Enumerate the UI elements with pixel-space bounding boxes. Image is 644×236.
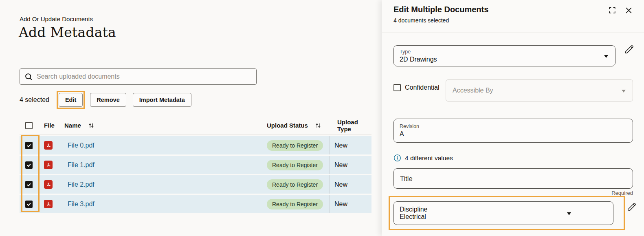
type-label: Type: [400, 49, 609, 55]
sort-icon[interactable]: [315, 122, 321, 130]
close-icon[interactable]: [624, 5, 633, 15]
upload-type-value: New: [334, 161, 347, 169]
panel-subtitle: 4 documents selected: [393, 17, 449, 24]
upload-type-value: New: [334, 181, 347, 188]
discipline-field-highlight: Discipline Electrical: [389, 196, 625, 230]
different-values-text: 4 different values: [405, 154, 453, 162]
breadcrumb[interactable]: Add Or Update Documents: [20, 15, 93, 22]
info-icon: [393, 154, 401, 162]
remove-button[interactable]: Remove: [90, 93, 126, 107]
required-label: Required: [393, 190, 633, 196]
table-header-row: File Name Upload Status Upload Type: [20, 116, 371, 135]
revision-label: Revision: [400, 123, 627, 130]
discipline-value: Electrical: [400, 213, 607, 221]
search-box[interactable]: [20, 68, 257, 85]
sort-icon[interactable]: [88, 122, 95, 130]
documents-table: File Name Upload Status Upload Type File…: [20, 116, 371, 213]
pdf-file-icon: [44, 141, 53, 150]
upload-type-value: New: [334, 142, 347, 149]
chevron-down-icon: [567, 212, 571, 215]
select-all-checkbox[interactable]: [25, 122, 33, 129]
type-value: 2D Drawings: [400, 55, 609, 64]
selected-count: 4 selected: [20, 96, 49, 104]
header-upload-type: Upload Type: [329, 119, 371, 132]
row-checkbox[interactable]: [25, 142, 33, 149]
edit-multiple-documents-panel: Edit Multiple Documents 4 documents sele…: [382, 0, 644, 236]
accessible-by-placeholder: Accessible By: [453, 87, 493, 94]
table-row[interactable]: File 1.pdf Ready to Register New: [20, 156, 371, 174]
table-row[interactable]: File 0.pdf Ready to Register New: [20, 136, 371, 154]
revision-field[interactable]: Revision A: [393, 119, 633, 143]
status-badge: Ready to Register: [267, 179, 323, 190]
confidential-checkbox[interactable]: [393, 84, 401, 91]
file-link[interactable]: File 1.pdf: [68, 161, 95, 169]
discipline-label: Discipline: [400, 206, 607, 213]
status-badge: Ready to Register: [267, 140, 323, 151]
chevron-down-icon: [622, 90, 626, 93]
edit-button[interactable]: Edit: [59, 93, 83, 107]
row-checkbox[interactable]: [25, 201, 33, 208]
actions-bar: 4 selected Edit Remove Import Metadata: [20, 90, 191, 109]
panel-header: Edit Multiple Documents 4 documents sele…: [382, 0, 644, 33]
accessible-by-select: Accessible By: [446, 79, 633, 101]
import-metadata-button[interactable]: Import Metadata: [133, 93, 191, 107]
file-link[interactable]: File 3.pdf: [68, 201, 95, 208]
search-input[interactable]: [37, 73, 251, 80]
file-link[interactable]: File 0.pdf: [68, 142, 95, 149]
discipline-select[interactable]: Discipline Electrical: [393, 201, 613, 225]
table-row[interactable]: File 2.pdf Ready to Register New: [20, 175, 371, 194]
header-upload-status[interactable]: Upload Status: [267, 121, 329, 129]
chevron-down-icon: [604, 55, 608, 58]
edit-type-pencil-icon[interactable]: [624, 44, 635, 56]
header-name[interactable]: Name: [64, 121, 267, 129]
edit-button-highlight: Edit: [57, 91, 85, 109]
pdf-file-icon: [44, 200, 53, 208]
file-link[interactable]: File 2.pdf: [68, 181, 95, 188]
search-icon: [25, 73, 33, 81]
upload-type-value: New: [334, 201, 347, 208]
expand-icon[interactable]: [607, 5, 617, 15]
edit-discipline-pencil-icon[interactable]: [626, 202, 637, 214]
status-badge: Ready to Register: [267, 160, 323, 170]
page-title: Add Metadata: [19, 24, 116, 40]
table-row[interactable]: File 3.pdf Ready to Register New: [20, 195, 371, 213]
row-checkbox[interactable]: [25, 161, 33, 169]
title-input[interactable]: [393, 168, 633, 189]
type-select[interactable]: Type 2D Drawings: [393, 45, 615, 66]
header-file: File: [38, 122, 64, 129]
pdf-file-icon: [44, 180, 53, 189]
revision-value: A: [400, 130, 627, 138]
row-checkbox[interactable]: [25, 181, 33, 188]
different-values-note: 4 different values: [393, 154, 453, 162]
confidential-label: Confidential: [405, 84, 440, 91]
pdf-file-icon: [44, 161, 53, 169]
panel-title: Edit Multiple Documents: [393, 5, 488, 14]
status-badge: Ready to Register: [267, 199, 323, 210]
